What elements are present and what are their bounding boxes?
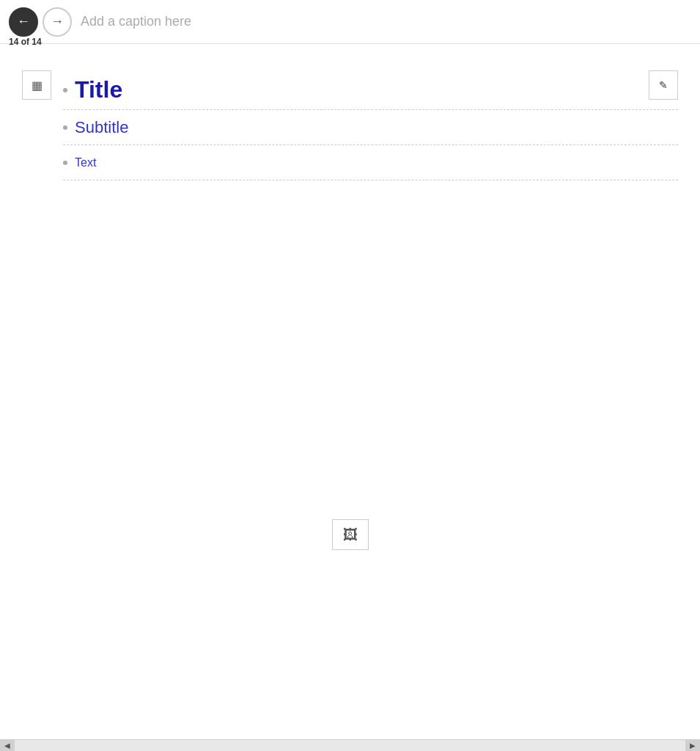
top-bar: ← → Add a caption here 14 of 14 [0,0,700,44]
bottom-scrollbar: ◀ ▶ [0,739,700,751]
edit-button[interactable]: ✎ [649,70,678,100]
slide-area: ▦ ✎ Title Subtitle [0,56,700,195]
title-field[interactable]: Title [75,76,678,103]
image-placeholder-container: 🖼 [0,342,700,728]
scroll-track[interactable] [15,740,685,751]
text-field[interactable]: Text [75,156,678,169]
image-icon: 🖼 [343,527,358,543]
title-marker [63,88,70,92]
sidebar-toggle-button[interactable]: ▦ [22,70,51,100]
title-field-row: Title [63,70,678,110]
text-field-row: Text [63,145,678,180]
subtitle-marker [63,125,70,130]
forward-button[interactable]: → [43,7,72,37]
sidebar-toggle-icon: ▦ [32,78,43,92]
subtitle-field-row: Subtitle [63,110,678,145]
text-marker [63,161,70,165]
back-button[interactable]: ← [9,7,38,37]
caption-input[interactable]: Add a caption here [81,14,691,29]
slide-editor: ✎ Title Subtitle Text [63,70,678,180]
image-placeholder-button[interactable]: 🖼 [332,519,369,550]
main-content: ▦ ✎ Title Subtitle [0,44,700,739]
nav-buttons: ← → [9,7,72,37]
scroll-right-arrow[interactable]: ▶ [685,740,700,752]
subtitle-field[interactable]: Subtitle [75,118,678,137]
scroll-left-arrow[interactable]: ◀ [0,740,15,752]
edit-icon: ✎ [659,79,668,91]
